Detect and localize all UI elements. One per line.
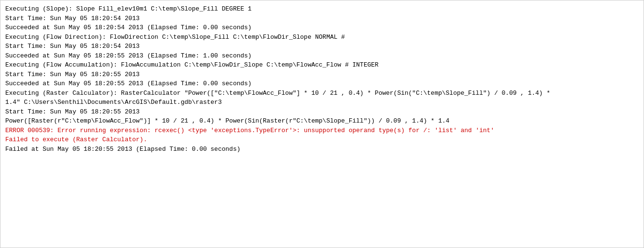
console-line: Executing (Flow Direction): FlowDirectio… <box>5 33 639 42</box>
console-line: Executing (Slope): Slope Fill_elev10m1 C… <box>5 4 639 14</box>
console-line: Start Time: Sun May 05 18:20:55 2013 <box>5 70 639 79</box>
console-line: Start Time: Sun May 05 18:20:54 2013 <box>5 14 639 23</box>
console-line: Failed to execute (Raster Calculator). <box>5 135 639 145</box>
console-line: Succeeded at Sun May 05 18:20:54 2013 (E… <box>5 23 639 33</box>
console-line: Start Time: Sun May 05 18:20:55 2013 <box>5 107 639 117</box>
console-line: Executing (Flow Accumulation): FlowAccum… <box>5 60 639 70</box>
console-line: ERROR 000539: Error running expression: … <box>5 126 639 135</box>
console-line: Succeeded at Sun May 05 18:20:55 2013 (E… <box>5 51 639 61</box>
console-window: Executing (Slope): Slope Fill_elev10m1 C… <box>0 0 644 248</box>
console-line: Failed at Sun May 05 18:20:55 2013 (Elap… <box>5 145 639 154</box>
console-line: Executing (Raster Calculator): RasterCal… <box>5 89 639 98</box>
console-line: 1.4" C:\Users\Senthil\Documents\ArcGIS\D… <box>5 98 639 107</box>
console-line: Succeeded at Sun May 05 18:20:55 2013 (E… <box>5 79 639 89</box>
console-line: Power([Raster(r"C:\temp\FlowAcc_Flow")] … <box>5 116 639 126</box>
console-line: Start Time: Sun May 05 18:20:54 2013 <box>5 42 639 51</box>
